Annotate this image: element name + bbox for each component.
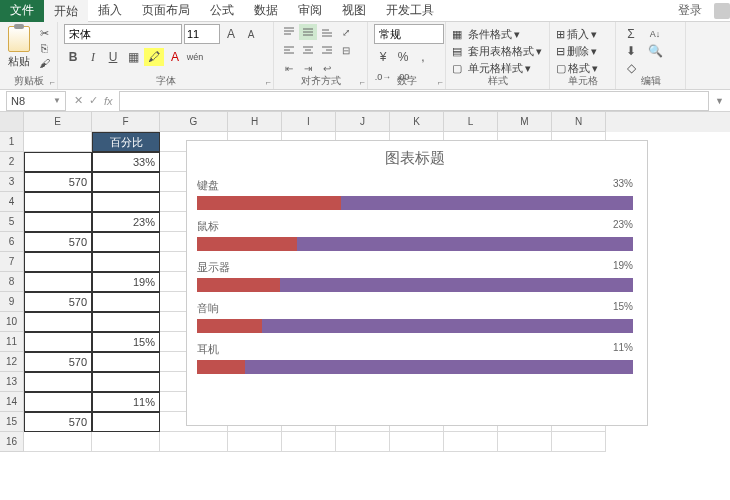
border-button[interactable]: ▦ <box>124 48 142 66</box>
embedded-chart[interactable]: 图表标题 键盘33%鼠标23%显示器19%音响15%耳机11% <box>186 140 648 426</box>
bar-segment-a[interactable] <box>197 360 245 374</box>
cell[interactable]: 33% <box>92 152 160 172</box>
clipboard-dialog-icon[interactable]: ⌐ <box>50 77 55 87</box>
column-header[interactable]: L <box>444 112 498 132</box>
chart-bar[interactable]: 耳机11% <box>197 342 633 374</box>
cell[interactable] <box>336 432 390 452</box>
font-color-button[interactable]: A <box>166 48 184 66</box>
insert-cells-button[interactable]: ⊞ 插入 ▾ <box>556 26 597 42</box>
cell[interactable] <box>92 252 160 272</box>
bar-segment-b[interactable] <box>262 319 633 333</box>
cell[interactable] <box>24 272 92 292</box>
bar-segment-b[interactable] <box>280 278 633 292</box>
chevron-down-icon[interactable]: ▼ <box>53 96 61 105</box>
login-link[interactable]: 登录 <box>678 2 702 19</box>
cell[interactable]: 570 <box>24 412 92 432</box>
cell[interactable]: 15% <box>92 332 160 352</box>
row-header[interactable]: 9 <box>0 292 24 312</box>
align-middle-icon[interactable] <box>299 24 317 40</box>
tab-insert[interactable]: 插入 <box>88 0 132 22</box>
autosum-icon[interactable]: Σ <box>622 25 640 43</box>
bar-segment-a[interactable] <box>197 278 280 292</box>
merge-icon[interactable]: ⊟ <box>337 42 355 58</box>
orientation-icon[interactable]: ⤢ <box>337 24 355 40</box>
column-header[interactable]: I <box>282 112 336 132</box>
column-header[interactable]: M <box>498 112 552 132</box>
tab-data[interactable]: 数据 <box>244 0 288 22</box>
column-header[interactable]: J <box>336 112 390 132</box>
cell[interactable] <box>92 172 160 192</box>
bar-segment-b[interactable] <box>341 196 633 210</box>
cell[interactable] <box>24 212 92 232</box>
tab-file[interactable]: 文件 <box>0 0 44 22</box>
cell[interactable] <box>24 392 92 412</box>
percent-icon[interactable]: % <box>394 48 412 66</box>
fill-icon[interactable]: ⬇ <box>622 42 640 60</box>
cell[interactable] <box>92 432 160 452</box>
row-header[interactable]: 14 <box>0 392 24 412</box>
row-header[interactable]: 1 <box>0 132 24 152</box>
accept-formula-icon[interactable]: ✓ <box>89 94 98 107</box>
chart-bar[interactable]: 显示器19% <box>197 260 633 292</box>
row-header[interactable]: 4 <box>0 192 24 212</box>
chart-bar[interactable]: 鼠标23% <box>197 219 633 251</box>
cell[interactable] <box>92 412 160 432</box>
avatar[interactable] <box>714 3 730 19</box>
comma-icon[interactable]: , <box>414 48 432 66</box>
column-header[interactable]: G <box>160 112 228 132</box>
cell[interactable] <box>282 432 336 452</box>
cell[interactable] <box>444 432 498 452</box>
expand-formula-icon[interactable]: ▼ <box>709 96 730 106</box>
underline-button[interactable]: U <box>104 48 122 66</box>
cell[interactable] <box>24 252 92 272</box>
format-table-button[interactable]: ▤套用表格格式 ▾ <box>452 43 542 59</box>
select-all-corner[interactable] <box>0 112 24 132</box>
bar-segment-a[interactable] <box>197 319 262 333</box>
align-center-icon[interactable] <box>299 42 317 58</box>
cell[interactable] <box>24 432 92 452</box>
row-header[interactable]: 7 <box>0 252 24 272</box>
italic-button[interactable]: I <box>84 48 102 66</box>
delete-cells-button[interactable]: ⊟ 删除 ▾ <box>556 43 597 59</box>
cell[interactable] <box>160 432 228 452</box>
cell[interactable]: 19% <box>92 272 160 292</box>
cell[interactable] <box>552 432 606 452</box>
alignment-dialog-icon[interactable]: ⌐ <box>360 77 365 87</box>
cell[interactable] <box>92 192 160 212</box>
tab-developer[interactable]: 开发工具 <box>376 0 444 22</box>
tab-formulas[interactable]: 公式 <box>200 0 244 22</box>
column-header[interactable]: E <box>24 112 92 132</box>
bar-segment-a[interactable] <box>197 196 341 210</box>
format-painter-icon[interactable]: 🖌 <box>36 56 52 70</box>
font-name-select[interactable] <box>64 24 182 44</box>
cell[interactable] <box>390 432 444 452</box>
cell[interactable]: 570 <box>24 232 92 252</box>
row-header[interactable]: 12 <box>0 352 24 372</box>
number-dialog-icon[interactable]: ⌐ <box>438 77 443 87</box>
cell[interactable]: 11% <box>92 392 160 412</box>
align-top-icon[interactable] <box>280 24 298 40</box>
cell[interactable]: 570 <box>24 172 92 192</box>
chart-title[interactable]: 图表标题 <box>197 149 633 168</box>
column-header[interactable]: K <box>390 112 444 132</box>
conditional-format-button[interactable]: ▦条件格式 ▾ <box>452 26 520 42</box>
cell[interactable] <box>24 332 92 352</box>
bold-button[interactable]: B <box>64 48 82 66</box>
number-format-select[interactable] <box>374 24 444 44</box>
cell[interactable] <box>24 152 92 172</box>
name-box[interactable]: N8▼ <box>6 91 66 111</box>
cell[interactable] <box>24 192 92 212</box>
font-dialog-icon[interactable]: ⌐ <box>266 77 271 87</box>
align-left-icon[interactable] <box>280 42 298 58</box>
align-right-icon[interactable] <box>318 42 336 58</box>
tab-view[interactable]: 视图 <box>332 0 376 22</box>
row-header[interactable]: 2 <box>0 152 24 172</box>
cell[interactable] <box>92 372 160 392</box>
cut-icon[interactable]: ✂ <box>36 26 52 40</box>
row-header[interactable]: 8 <box>0 272 24 292</box>
column-header[interactable]: F <box>92 112 160 132</box>
chart-bar[interactable]: 键盘33% <box>197 178 633 210</box>
row-header[interactable]: 15 <box>0 412 24 432</box>
row-header[interactable]: 13 <box>0 372 24 392</box>
currency-icon[interactable]: ¥ <box>374 48 392 66</box>
